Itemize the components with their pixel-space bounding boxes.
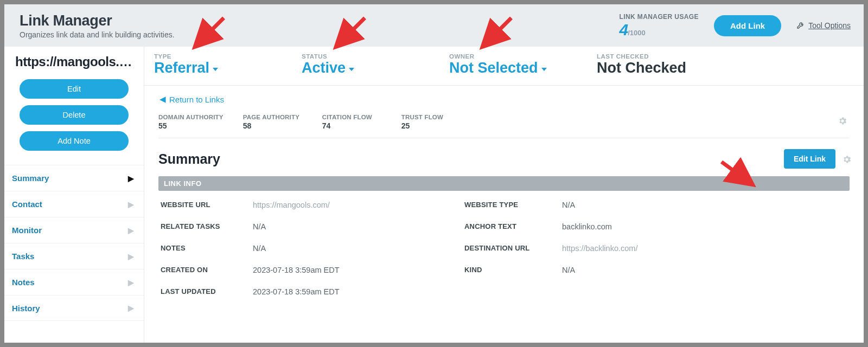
tool-options-label: Tool Options (808, 21, 851, 30)
filter-owner-dropdown[interactable]: Not Selected (449, 60, 547, 76)
usage-block: LINK MANAGER USAGE 4/1000 (619, 13, 699, 38)
divider (158, 138, 850, 138)
wrench-icon (796, 21, 805, 31)
main: TYPE Referral STATUS Active OWNER (144, 47, 864, 343)
caret-right-icon: ▶ (128, 226, 134, 235)
filter-type-value: Referral (154, 60, 209, 76)
sidebar-item-monitor[interactable]: Monitor ▶ (4, 217, 144, 243)
usage-count: 4 (619, 21, 628, 38)
summary-settings-button[interactable] (842, 155, 852, 166)
metrics-settings-button[interactable] (838, 116, 847, 128)
tool-options-link[interactable]: Tool Options (796, 21, 851, 31)
caret-left-icon: ◀ (159, 94, 166, 104)
sidebar-item-tasks[interactable]: Tasks ▶ (4, 243, 144, 269)
metric-pa-label: PAGE AUTHORITY (243, 114, 303, 120)
filter-type-dropdown[interactable]: Referral (154, 60, 218, 76)
info-website-url-label: WEBSITE URL (161, 201, 247, 209)
info-kind-value: N/A (562, 266, 847, 274)
sidebar-item-summary[interactable]: Summary ▶ (4, 165, 144, 191)
info-anchor-text-value: backlinko.com (562, 222, 847, 231)
filter-owner-value: Not Selected (449, 60, 538, 76)
metric-tf-value: 25 (401, 121, 461, 130)
caret-right-icon: ▶ (128, 200, 134, 209)
sidebar-item-contact[interactable]: Contact ▶ (4, 191, 144, 217)
metric-tf-label: TRUST FLOW (401, 114, 461, 120)
caret-right-icon: ▶ (128, 174, 134, 183)
edit-button[interactable]: Edit (20, 79, 129, 99)
sidebar-item-label: Tasks (12, 252, 34, 261)
page-title: Link Manager (20, 12, 619, 29)
info-website-url-value[interactable]: https://mangools.com/ (253, 201, 459, 209)
info-last-updated-label: LAST UPDATED (161, 287, 247, 296)
filter-status-dropdown[interactable]: Active (302, 60, 354, 76)
info-created-on-value: 2023-07-18 3:59am EDT (253, 266, 459, 274)
caret-right-icon: ▶ (128, 278, 134, 287)
chevron-down-icon (349, 68, 354, 71)
usage-label: LINK MANAGER USAGE (619, 13, 699, 21)
filter-bar: TYPE Referral STATUS Active OWNER (144, 47, 864, 86)
add-note-button[interactable]: Add Note (20, 131, 129, 151)
chevron-down-icon (541, 68, 547, 71)
metric-pa-value: 58 (243, 121, 303, 130)
filter-lastchecked-label: LAST CHECKED (597, 53, 744, 60)
info-website-type-value: N/A (562, 201, 847, 209)
sidebar-item-label: Summary (12, 174, 49, 183)
return-link-label: Return to Links (169, 95, 224, 104)
filter-owner-label: OWNER (449, 53, 597, 60)
delete-button[interactable]: Delete (20, 105, 129, 125)
return-to-links-link[interactable]: ◀ Return to Links (159, 94, 224, 104)
metric-da-label: DOMAIN AUTHORITY (158, 114, 224, 120)
sidebar-url: https://mangools.co… (15, 54, 133, 69)
info-created-on-label: CREATED ON (161, 266, 247, 274)
usage-total: /1000 (628, 29, 646, 37)
caret-right-icon: ▶ (128, 304, 134, 312)
content: ◀ Return to Links DOMAIN AUTHORITY 55 PA… (144, 86, 864, 343)
sidebar-item-label: Monitor (12, 226, 42, 235)
info-related-tasks-value: N/A (253, 222, 459, 231)
info-website-type-label: WEBSITE TYPE (464, 201, 557, 209)
info-anchor-text-label: ANCHOR TEXT (464, 222, 557, 231)
page-subtitle: Organizes link data and link building ac… (20, 30, 619, 39)
topbar: Link Manager Organizes link data and lin… (4, 4, 864, 47)
add-link-button[interactable]: Add Link (714, 15, 781, 36)
sidebar-item-notes[interactable]: Notes ▶ (4, 269, 144, 295)
sidebar-item-label: History (12, 304, 40, 313)
filter-status-value: Active (302, 60, 346, 76)
info-notes-value: N/A (253, 244, 459, 253)
info-destination-url-label: DESTINATION URL (464, 244, 557, 253)
sidebar-item-history[interactable]: History ▶ (4, 295, 144, 321)
filter-lastchecked-value: Not Checked (597, 60, 686, 76)
info-related-tasks-label: RELATED TASKS (161, 222, 247, 231)
info-kind-label: KIND (464, 266, 557, 274)
link-info-grid: WEBSITE URL https://mangools.com/ WEBSIT… (158, 191, 850, 312)
info-destination-url-value[interactable]: https://backlinko.com/ (562, 244, 847, 253)
link-info-section-header: LINK INFO (158, 176, 850, 191)
summary-title: Summary (158, 151, 220, 167)
metrics-row: DOMAIN AUTHORITY 55 PAGE AUTHORITY 58 CI… (158, 114, 850, 130)
chevron-down-icon (213, 68, 218, 71)
metric-cf-value: 74 (322, 121, 382, 130)
metric-cf-label: CITATION FLOW (322, 114, 382, 120)
info-notes-label: NOTES (161, 244, 247, 253)
sidebar-nav: Summary ▶ Contact ▶ Monitor ▶ Tasks ▶ No… (4, 165, 144, 321)
edit-link-button[interactable]: Edit Link (784, 149, 835, 169)
info-last-updated-value: 2023-07-18 3:59am EDT (253, 287, 459, 296)
metric-da-value: 55 (158, 121, 224, 130)
filter-status-label: STATUS (302, 53, 449, 60)
filter-type-label: TYPE (154, 53, 302, 60)
caret-right-icon: ▶ (128, 252, 134, 261)
sidebar-item-label: Contact (12, 200, 42, 209)
sidebar-item-label: Notes (12, 278, 35, 287)
sidebar: https://mangools.co… Edit Delete Add Not… (4, 47, 144, 343)
